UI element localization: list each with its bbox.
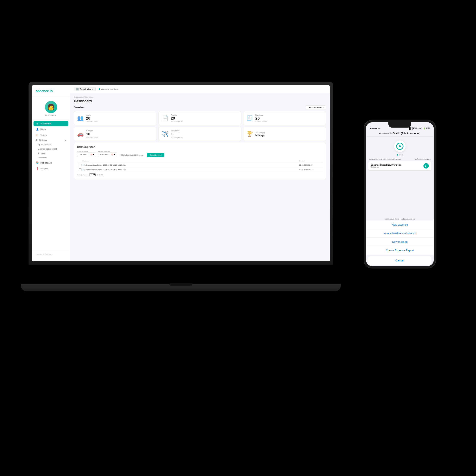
- nav-item-approval[interactable]: Approval: [36, 151, 68, 155]
- nav-item-dashboard[interactable]: ⊞ Dashboard: [34, 121, 68, 126]
- connected-badge: absence.io Leas Demo: [99, 88, 119, 90]
- phone-main: UNSUBMITTED EXPENSE REPORTS 19/12/2023 1…: [366, 137, 434, 266]
- support-icon: ❓: [36, 167, 39, 170]
- users-stat-info: Users 20 0 Previous period: [86, 114, 98, 122]
- nav-item-my-organization[interactable]: My organization: [36, 143, 68, 147]
- allowances-stat-icon: ✈️: [162, 131, 169, 137]
- filename-1[interactable]: 📄 absenceioLeasDemo - 2023-10-01 - 2023-…: [83, 164, 299, 166]
- phone-carrier: absence.io: [370, 127, 380, 130]
- nav-item-support[interactable]: ❓ Support: [34, 166, 68, 171]
- balancing-table: Filename Created 📄 absenceioLeasDemo - 2…: [77, 159, 323, 176]
- reports-icon: 📋: [36, 134, 38, 136]
- phone: absence.io ▐▐▐ LTE 13:41 🔋 61% absence.i…: [364, 120, 436, 269]
- mileages-stat-value: 10: [86, 132, 98, 136]
- pagination-info: 1 - 2 of 2: [97, 174, 103, 176]
- phone-dots: [366, 154, 434, 155]
- settings-submenu: My organization Expense management Appro…: [34, 143, 68, 160]
- expense-report-sub: 0 expense: [371, 166, 401, 168]
- top-category-stat-label: Top category: [255, 132, 265, 134]
- new-expense-button[interactable]: New expense: [366, 221, 434, 229]
- logo-suffix: io: [50, 89, 53, 93]
- my-org-label: My organization: [38, 144, 51, 146]
- to-calendar-icon: 📅▼: [111, 154, 115, 156]
- created-2: 30.06.2023 15:13: [299, 169, 322, 170]
- table-header: Filename Created: [77, 159, 323, 163]
- dot-3: [402, 154, 403, 155]
- phone-header: absence.io GmbH (Admin account): [366, 131, 434, 137]
- row-checkbox-1[interactable]: [78, 164, 83, 166]
- chevron-down-icon: ▼: [92, 88, 93, 90]
- to-label: To (not including): [98, 151, 117, 152]
- expenses-stat-prev: 0 Previous period: [255, 120, 267, 122]
- to-input[interactable]: 26.10.2023 📅▼: [98, 153, 117, 157]
- phone-time: 13:41: [417, 127, 422, 130]
- nav-item-reminders[interactable]: Reminders: [36, 156, 68, 160]
- breadcrumb: Organization / Dashboard: [74, 96, 326, 98]
- table-row: 📄 absenceioLeasDemo - 2023-10-01 - 2023-…: [77, 163, 323, 167]
- unsubmitted-checkbox-row: Include unsubmitted reports: [119, 154, 143, 156]
- nav-item-marketplace[interactable]: 🏪 Marketplace: [34, 160, 68, 166]
- balancing-section: Balancing report From (including) 1.10.2…: [74, 143, 326, 179]
- users-stat-prev: 0 Previous period: [86, 120, 98, 122]
- phone-notch: [389, 122, 411, 128]
- marketplace-icon: 🏪: [36, 161, 39, 164]
- page-content: Organization / Dashboard Dashboard Overv…: [70, 93, 330, 261]
- allowances-stat-value: 1: [171, 132, 183, 136]
- reports-stat-label: Reports: [171, 114, 183, 116]
- action-sheet: absence.io GmbH (Admin account) New expe…: [366, 216, 434, 266]
- items-per-page-select[interactable]: 5: [89, 173, 96, 176]
- reminders-label: Reminders: [38, 157, 47, 159]
- org-icon: 🏢: [76, 88, 79, 90]
- filters-row: From (including) 1.10.2023 📅▼ To (not in…: [77, 150, 323, 157]
- expense-card[interactable]: Expense Report New York Trip 0 expense ▶: [368, 161, 431, 170]
- from-calendar-icon: 📅▼: [90, 154, 94, 156]
- pagination: Items per page: 5 1 - 2 of 2: [77, 173, 323, 176]
- top-category-stat-icon: 🏆: [246, 131, 253, 137]
- cancel-button[interactable]: Cancel: [368, 256, 431, 265]
- filename-text-1: absenceioLeasDemo - 2023-10-01 - 2023-10…: [85, 164, 126, 166]
- unsubmitted-label: Include unsubmitted reports: [122, 154, 143, 156]
- mileages-stat-label: Mileages: [86, 130, 98, 132]
- nav-item-reports[interactable]: 📋 Reports: [34, 132, 68, 137]
- mileages-stat-prev: 0 Previous period: [86, 136, 98, 138]
- file-icon-1: 📄: [83, 164, 85, 166]
- nav-item-expense-management[interactable]: Expense management: [36, 147, 68, 151]
- users-stat-value: 20: [86, 116, 98, 120]
- approval-label: Approval: [38, 152, 45, 154]
- phone-signal-icon: ▐▐▐: [408, 127, 412, 130]
- org-selector[interactable]: 🏢 Organization ▼: [74, 87, 96, 91]
- reports-stat-prev: 0 Previous period: [171, 120, 183, 122]
- create-expense-report-button[interactable]: Create Expense Report: [366, 246, 434, 255]
- expense-report-title: Expense Report New York Trip: [371, 164, 401, 166]
- allowances-stat-label: Allowances: [171, 130, 183, 132]
- play-button[interactable]: ▶: [424, 163, 429, 169]
- row-checkbox-2[interactable]: [78, 168, 83, 171]
- filename-2[interactable]: 📄 absenceioLeasDemo - 2023-08-01 - 2023-…: [83, 169, 299, 170]
- generate-report-button[interactable]: Generate report: [147, 153, 164, 157]
- sidebar-footer: Absence.io Expenses: [32, 251, 70, 257]
- allowances-stat-prev: 0 Previous period: [171, 136, 183, 138]
- period-selector[interactable]: Last three months ▼: [306, 105, 326, 109]
- from-input[interactable]: 1.10.2023 📅▼: [77, 153, 96, 157]
- expenses-stat-icon: 🧾: [246, 115, 253, 121]
- from-value: 1.10.2023: [79, 154, 86, 156]
- stat-card-top-category: 🏆 Top category Mileage: [243, 127, 326, 141]
- dot-1: [397, 154, 398, 155]
- to-filter-group: To (not including) 26.10.2023 📅▼: [98, 151, 117, 157]
- dashboard-icon: ⊞: [36, 122, 39, 125]
- phone-logo-section: [366, 137, 434, 154]
- dot-2: [399, 154, 401, 155]
- expenses-stat-label: Expenses: [255, 114, 267, 116]
- report-date: 19/12/2023 1:41...: [415, 158, 431, 160]
- top-category-stat-value: Mileage: [255, 134, 265, 136]
- expenses-stat-info: Expenses 26 0 Previous period: [255, 114, 267, 122]
- new-mileage-button[interactable]: New mileage: [366, 238, 434, 246]
- nav-item-users[interactable]: 👤 Users: [34, 127, 68, 132]
- chevron-up-icon: ▲: [65, 139, 66, 141]
- file-icon-2: 📄: [83, 169, 85, 170]
- laptop-base: [21, 284, 341, 291]
- new-subsistence-button[interactable]: New subsistence allowance: [366, 229, 434, 238]
- nav-label-users: Users: [40, 128, 46, 130]
- nav-item-settings[interactable]: ⚙ Settings ▲: [34, 137, 68, 143]
- unsubmitted-checkbox[interactable]: [119, 154, 121, 156]
